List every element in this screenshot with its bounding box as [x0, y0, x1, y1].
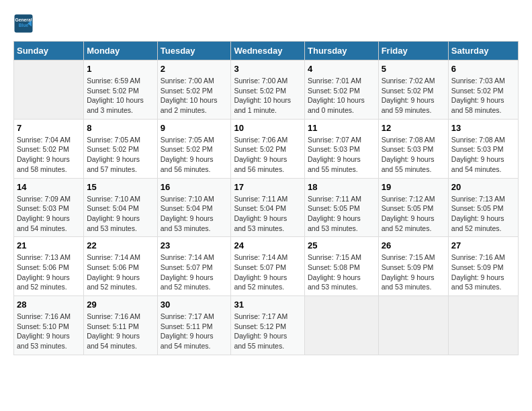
- calendar-week-row: 14Sunrise: 7:09 AM Sunset: 5:03 PM Dayli…: [14, 178, 519, 237]
- day-info: Sunrise: 7:16 AM Sunset: 5:11 PM Dayligh…: [87, 312, 154, 351]
- day-number: 3: [234, 64, 302, 74]
- header-day-thursday: Thursday: [305, 42, 379, 60]
- day-info: Sunrise: 7:05 AM Sunset: 5:02 PM Dayligh…: [161, 135, 228, 175]
- day-info: Sunrise: 7:14 AM Sunset: 5:07 PM Dayligh…: [161, 253, 228, 292]
- day-info: Sunrise: 7:13 AM Sunset: 5:06 PM Dayligh…: [17, 253, 81, 292]
- day-number: 8: [87, 123, 154, 133]
- logo-icon: General Blue: [13, 13, 34, 34]
- day-number: 1: [87, 64, 154, 74]
- day-info: Sunrise: 7:15 AM Sunset: 5:09 PM Dayligh…: [382, 253, 445, 292]
- calendar-cell: 15Sunrise: 7:10 AM Sunset: 5:04 PM Dayli…: [84, 178, 158, 237]
- day-number: 23: [161, 240, 228, 250]
- calendar-cell: 23Sunrise: 7:14 AM Sunset: 5:07 PM Dayli…: [157, 237, 231, 296]
- calendar-cell: [448, 296, 518, 355]
- calendar-cell: 9Sunrise: 7:05 AM Sunset: 5:02 PM Daylig…: [157, 119, 231, 178]
- calendar-cell: 18Sunrise: 7:11 AM Sunset: 5:05 PM Dayli…: [305, 178, 379, 237]
- day-number: 14: [17, 182, 81, 192]
- day-number: 5: [382, 64, 445, 74]
- calendar-cell: 2Sunrise: 7:00 AM Sunset: 5:02 PM Daylig…: [157, 60, 231, 120]
- calendar-cell: [14, 60, 84, 120]
- day-info: Sunrise: 7:09 AM Sunset: 5:03 PM Dayligh…: [17, 194, 81, 234]
- day-info: Sunrise: 7:08 AM Sunset: 5:03 PM Dayligh…: [451, 135, 515, 175]
- calendar-cell: 11Sunrise: 7:07 AM Sunset: 5:03 PM Dayli…: [305, 119, 379, 178]
- day-number: 26: [382, 240, 445, 250]
- day-info: Sunrise: 7:06 AM Sunset: 5:02 PM Dayligh…: [234, 135, 302, 175]
- calendar-cell: 5Sunrise: 7:02 AM Sunset: 5:02 PM Daylig…: [378, 60, 448, 120]
- calendar-cell: 30Sunrise: 7:17 AM Sunset: 5:11 PM Dayli…: [157, 296, 231, 355]
- day-info: Sunrise: 7:17 AM Sunset: 5:12 PM Dayligh…: [234, 312, 302, 351]
- header-day-sunday: Sunday: [14, 42, 84, 60]
- day-info: Sunrise: 7:05 AM Sunset: 5:02 PM Dayligh…: [87, 135, 154, 175]
- calendar-cell: [305, 296, 379, 355]
- calendar-cell: 20Sunrise: 7:13 AM Sunset: 5:05 PM Dayli…: [448, 178, 518, 237]
- calendar-cell: 19Sunrise: 7:12 AM Sunset: 5:05 PM Dayli…: [378, 178, 448, 237]
- calendar-cell: 17Sunrise: 7:11 AM Sunset: 5:04 PM Dayli…: [231, 178, 305, 237]
- day-number: 20: [451, 182, 515, 192]
- day-number: 22: [87, 240, 154, 250]
- day-number: 25: [308, 240, 375, 250]
- day-number: 6: [451, 64, 515, 74]
- calendar-cell: 1Sunrise: 6:59 AM Sunset: 5:02 PM Daylig…: [84, 60, 158, 120]
- calendar-cell: 10Sunrise: 7:06 AM Sunset: 5:02 PM Dayli…: [231, 119, 305, 178]
- day-info: Sunrise: 7:10 AM Sunset: 5:04 PM Dayligh…: [161, 194, 228, 234]
- calendar-cell: 29Sunrise: 7:16 AM Sunset: 5:11 PM Dayli…: [84, 296, 158, 355]
- day-number: 16: [161, 182, 228, 192]
- day-number: 27: [451, 240, 515, 250]
- calendar-week-row: 1Sunrise: 6:59 AM Sunset: 5:02 PM Daylig…: [14, 60, 519, 120]
- day-number: 21: [17, 240, 81, 250]
- calendar-cell: 4Sunrise: 7:01 AM Sunset: 5:02 PM Daylig…: [305, 60, 379, 120]
- calendar-cell: 31Sunrise: 7:17 AM Sunset: 5:12 PM Dayli…: [231, 296, 305, 355]
- calendar-table: SundayMondayTuesdayWednesdayThursdayFrid…: [13, 41, 519, 355]
- day-info: Sunrise: 7:10 AM Sunset: 5:04 PM Dayligh…: [87, 194, 154, 234]
- calendar-cell: 14Sunrise: 7:09 AM Sunset: 5:03 PM Dayli…: [14, 178, 84, 237]
- day-info: Sunrise: 7:11 AM Sunset: 5:04 PM Dayligh…: [234, 194, 302, 234]
- calendar-cell: 6Sunrise: 7:03 AM Sunset: 5:02 PM Daylig…: [448, 60, 518, 120]
- calendar-cell: 12Sunrise: 7:08 AM Sunset: 5:03 PM Dayli…: [378, 119, 448, 178]
- calendar-cell: 26Sunrise: 7:15 AM Sunset: 5:09 PM Dayli…: [378, 237, 448, 296]
- calendar-cell: [378, 296, 448, 355]
- header-day-saturday: Saturday: [448, 42, 518, 60]
- svg-text:Blue: Blue: [19, 23, 29, 28]
- calendar-cell: 24Sunrise: 7:14 AM Sunset: 5:07 PM Dayli…: [231, 237, 305, 296]
- calendar-cell: 7Sunrise: 7:04 AM Sunset: 5:02 PM Daylig…: [14, 119, 84, 178]
- day-info: Sunrise: 7:11 AM Sunset: 5:05 PM Dayligh…: [308, 194, 375, 234]
- day-info: Sunrise: 7:02 AM Sunset: 5:02 PM Dayligh…: [382, 76, 445, 116]
- calendar-cell: 27Sunrise: 7:16 AM Sunset: 5:09 PM Dayli…: [448, 237, 518, 296]
- header-day-monday: Monday: [84, 42, 158, 60]
- calendar-cell: 3Sunrise: 7:00 AM Sunset: 5:02 PM Daylig…: [231, 60, 305, 120]
- day-number: 24: [234, 240, 302, 250]
- calendar-cell: 28Sunrise: 7:16 AM Sunset: 5:10 PM Dayli…: [14, 296, 84, 355]
- day-info: Sunrise: 7:15 AM Sunset: 5:08 PM Dayligh…: [308, 253, 375, 292]
- day-info: Sunrise: 7:03 AM Sunset: 5:02 PM Dayligh…: [451, 76, 515, 116]
- calendar-cell: 8Sunrise: 7:05 AM Sunset: 5:02 PM Daylig…: [84, 119, 158, 178]
- day-number: 15: [87, 182, 154, 192]
- day-info: Sunrise: 7:00 AM Sunset: 5:02 PM Dayligh…: [234, 76, 302, 116]
- day-number: 28: [17, 300, 81, 310]
- calendar-header-row: SundayMondayTuesdayWednesdayThursdayFrid…: [14, 42, 519, 60]
- calendar-cell: 25Sunrise: 7:15 AM Sunset: 5:08 PM Dayli…: [305, 237, 379, 296]
- day-number: 4: [308, 64, 375, 74]
- day-info: Sunrise: 7:17 AM Sunset: 5:11 PM Dayligh…: [161, 312, 228, 351]
- day-info: Sunrise: 7:12 AM Sunset: 5:05 PM Dayligh…: [382, 194, 445, 234]
- day-info: Sunrise: 7:01 AM Sunset: 5:02 PM Dayligh…: [308, 76, 375, 116]
- day-number: 9: [161, 123, 228, 133]
- day-info: Sunrise: 7:13 AM Sunset: 5:05 PM Dayligh…: [451, 194, 515, 234]
- day-number: 7: [17, 123, 81, 133]
- header-day-tuesday: Tuesday: [157, 42, 231, 60]
- day-number: 29: [87, 300, 154, 310]
- day-number: 13: [451, 123, 515, 133]
- calendar-cell: 16Sunrise: 7:10 AM Sunset: 5:04 PM Dayli…: [157, 178, 231, 237]
- day-info: Sunrise: 7:14 AM Sunset: 5:06 PM Dayligh…: [87, 253, 154, 292]
- calendar-week-row: 21Sunrise: 7:13 AM Sunset: 5:06 PM Dayli…: [14, 237, 519, 296]
- day-info: Sunrise: 7:08 AM Sunset: 5:03 PM Dayligh…: [382, 135, 445, 175]
- logo: General Blue: [13, 13, 36, 34]
- day-number: 10: [234, 123, 302, 133]
- day-info: Sunrise: 7:14 AM Sunset: 5:07 PM Dayligh…: [234, 253, 302, 292]
- calendar-cell: 22Sunrise: 7:14 AM Sunset: 5:06 PM Dayli…: [84, 237, 158, 296]
- page-header: General Blue: [13, 13, 519, 37]
- day-info: Sunrise: 7:04 AM Sunset: 5:02 PM Dayligh…: [17, 135, 81, 175]
- day-info: Sunrise: 7:16 AM Sunset: 5:09 PM Dayligh…: [451, 253, 515, 292]
- calendar-week-row: 28Sunrise: 7:16 AM Sunset: 5:10 PM Dayli…: [14, 296, 519, 355]
- day-number: 17: [234, 182, 302, 192]
- day-number: 30: [161, 300, 228, 310]
